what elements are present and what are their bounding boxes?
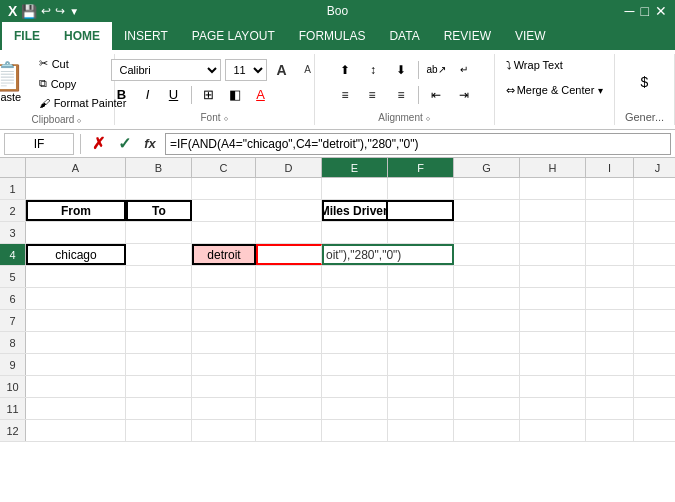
tab-review[interactable]: REVIEW <box>432 22 503 50</box>
function-button[interactable]: fx <box>139 133 161 155</box>
wrap-button[interactable]: ↵ <box>451 59 477 81</box>
cell-c1[interactable] <box>192 178 256 199</box>
align-top-button[interactable]: ⬆ <box>332 59 358 81</box>
cell-b1[interactable] <box>126 178 192 199</box>
col-header-d[interactable]: D <box>256 158 322 177</box>
cell-a5[interactable] <box>26 266 126 287</box>
col-header-e[interactable]: E <box>322 158 388 177</box>
row-header-1[interactable]: 1 <box>0 178 26 199</box>
cell-b4[interactable] <box>126 244 192 265</box>
cell-d4[interactable] <box>256 244 322 265</box>
cell-a1[interactable] <box>26 178 126 199</box>
cell-i1[interactable] <box>586 178 634 199</box>
minimize-btn[interactable]: ─ <box>625 3 635 19</box>
cell-j3[interactable] <box>634 222 675 243</box>
cell-d2[interactable] <box>256 200 322 221</box>
cell-f1[interactable] <box>388 178 454 199</box>
cell-a2[interactable]: From <box>26 200 126 221</box>
cell-g4[interactable] <box>454 244 520 265</box>
cell-j2[interactable] <box>634 200 675 221</box>
tab-home[interactable]: HOME <box>52 22 112 50</box>
cell-b3[interactable] <box>126 222 192 243</box>
cell-g2[interactable] <box>454 200 520 221</box>
bold-button[interactable]: B <box>111 84 133 106</box>
cell-g1[interactable] <box>454 178 520 199</box>
row-header-12[interactable]: 12 <box>0 420 26 441</box>
decrease-indent-button[interactable]: ⇤ <box>423 84 449 106</box>
paste-button[interactable]: 📋 Paste <box>0 58 32 108</box>
cell-i4[interactable] <box>586 244 634 265</box>
increase-font-size-button[interactable]: A <box>271 59 293 81</box>
align-bottom-button[interactable]: ⬇ <box>388 59 414 81</box>
clipboard-expand-icon[interactable]: ⬦ <box>76 114 82 125</box>
cell-f3[interactable] <box>388 222 454 243</box>
tab-data[interactable]: DATA <box>377 22 431 50</box>
align-center-button[interactable]: ≡ <box>360 84 386 106</box>
row-header-5[interactable]: 5 <box>0 266 26 287</box>
undo-icon[interactable]: ↩ <box>41 4 51 18</box>
cell-h4[interactable] <box>520 244 586 265</box>
cell-c4[interactable]: detroit <box>192 244 256 265</box>
cell-e2[interactable]: Miles Driven <box>322 200 388 221</box>
cell-e1[interactable] <box>322 178 388 199</box>
cell-b2[interactable]: To <box>126 200 192 221</box>
tab-insert[interactable]: INSERT <box>112 22 180 50</box>
cell-f2[interactable] <box>388 200 454 221</box>
col-header-j[interactable]: J <box>634 158 675 177</box>
orient-button[interactable]: ab↗ <box>423 59 449 81</box>
cell-h1[interactable] <box>520 178 586 199</box>
underline-button[interactable]: U <box>163 84 185 106</box>
align-middle-button[interactable]: ↕ <box>360 59 386 81</box>
cell-h3[interactable] <box>520 222 586 243</box>
cancel-button[interactable]: ✗ <box>87 133 109 155</box>
cell-e3[interactable] <box>322 222 388 243</box>
customize-icon[interactable]: ▼ <box>69 6 79 17</box>
cell-d1[interactable] <box>256 178 322 199</box>
row-header-11[interactable]: 11 <box>0 398 26 419</box>
col-header-a[interactable]: A <box>26 158 126 177</box>
border-button[interactable]: ⊞ <box>198 84 220 106</box>
col-header-h[interactable]: H <box>520 158 586 177</box>
col-header-c[interactable]: C <box>192 158 256 177</box>
font-color-button[interactable]: A <box>250 84 272 106</box>
alignment-expand-icon[interactable]: ⬦ <box>425 112 431 123</box>
col-header-f[interactable]: F <box>388 158 454 177</box>
row-header-2[interactable]: 2 <box>0 200 26 221</box>
maximize-btn[interactable]: □ <box>641 3 649 19</box>
tab-formulas[interactable]: FORMULAS <box>287 22 378 50</box>
fill-color-button[interactable]: ◧ <box>224 84 246 106</box>
font-name-select[interactable]: Calibri <box>111 59 221 81</box>
cell-a3[interactable] <box>26 222 126 243</box>
row-header-9[interactable]: 9 <box>0 354 26 375</box>
cell-c2[interactable] <box>192 200 256 221</box>
row-header-10[interactable]: 10 <box>0 376 26 397</box>
cell-h2[interactable] <box>520 200 586 221</box>
currency-button[interactable]: $ <box>630 71 660 93</box>
col-header-i[interactable]: I <box>586 158 634 177</box>
tab-file[interactable]: FILE <box>2 22 52 50</box>
cell-i2[interactable] <box>586 200 634 221</box>
row-header-3[interactable]: 3 <box>0 222 26 243</box>
redo-icon[interactable]: ↪ <box>55 4 65 18</box>
col-header-b[interactable]: B <box>126 158 192 177</box>
row-header-8[interactable]: 8 <box>0 332 26 353</box>
row-header-7[interactable]: 7 <box>0 310 26 331</box>
font-expand-icon[interactable]: ⬦ <box>223 112 229 123</box>
cell-g3[interactable] <box>454 222 520 243</box>
tab-page-layout[interactable]: PAGE LAYOUT <box>180 22 287 50</box>
tab-view[interactable]: VIEW <box>503 22 558 50</box>
font-size-select[interactable]: 11 <box>225 59 267 81</box>
save-icon[interactable]: 💾 <box>21 4 37 19</box>
align-left-button[interactable]: ≡ <box>332 84 358 106</box>
row-header-6[interactable]: 6 <box>0 288 26 309</box>
merge-dropdown-icon[interactable]: ▾ <box>598 85 603 96</box>
cell-c3[interactable] <box>192 222 256 243</box>
cell-i3[interactable] <box>586 222 634 243</box>
wrap-text-button[interactable]: ⤵ Wrap Text <box>501 54 609 76</box>
cell-d3[interactable] <box>256 222 322 243</box>
row-header-4[interactable]: 4 <box>0 244 26 265</box>
confirm-button[interactable]: ✓ <box>113 133 135 155</box>
cell-j1[interactable] <box>634 178 675 199</box>
col-header-g[interactable]: G <box>454 158 520 177</box>
align-right-button[interactable]: ≡ <box>388 84 414 106</box>
